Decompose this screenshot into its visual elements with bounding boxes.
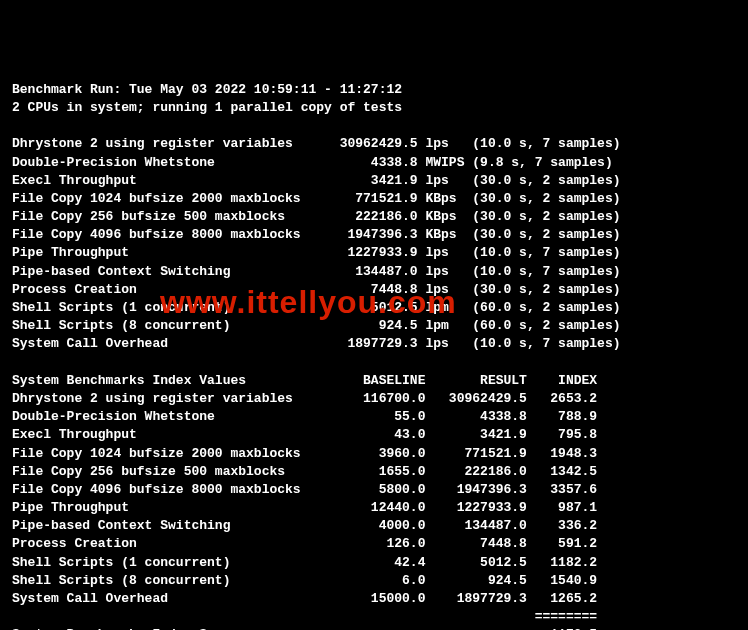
result-row-4: File Copy 256 bufsize 500 maxblocks 2221…	[12, 208, 736, 226]
result-row-7: Pipe-based Context Switching 134487.0 lp…	[12, 263, 736, 281]
index-row-11: System Call Overhead 15000.0 1897729.3 1…	[12, 590, 736, 608]
result-row-3: File Copy 1024 bufsize 2000 maxblocks 77…	[12, 190, 736, 208]
result-row-11: System Call Overhead 1897729.3 lps (10.0…	[12, 335, 736, 353]
blank	[12, 354, 736, 372]
index-row-6: Pipe Throughput 12440.0 1227933.9 987.1	[12, 499, 736, 517]
result-row-6: Pipe Throughput 1227933.9 lps (10.0 s, 7…	[12, 244, 736, 262]
index-row-9: Shell Scripts (1 concurrent) 42.4 5012.5…	[12, 554, 736, 572]
header-cpu: 2 CPUs in system; running 1 parallel cop…	[12, 99, 736, 117]
index-row-10: Shell Scripts (8 concurrent) 6.0 924.5 1…	[12, 572, 736, 590]
index-row-4: File Copy 256 bufsize 500 maxblocks 1655…	[12, 463, 736, 481]
watermark-text: www.ittellyou.com	[160, 280, 457, 325]
divider: ========	[12, 608, 736, 626]
index-row-7: Pipe-based Context Switching 4000.0 1344…	[12, 517, 736, 535]
index-row-2: Execl Throughput 43.0 3421.9 795.8	[12, 426, 736, 444]
final-score: System Benchmarks Index Score 1170.5	[12, 626, 736, 630]
result-row-1: Double-Precision Whetstone 4338.8 MWIPS …	[12, 154, 736, 172]
result-row-5: File Copy 4096 bufsize 8000 maxblocks 19…	[12, 226, 736, 244]
result-row-2: Execl Throughput 3421.9 lps (30.0 s, 2 s…	[12, 172, 736, 190]
index-row-5: File Copy 4096 bufsize 8000 maxblocks 58…	[12, 481, 736, 499]
index-row-1: Double-Precision Whetstone 55.0 4338.8 7…	[12, 408, 736, 426]
index-row-8: Process Creation 126.0 7448.8 591.2	[12, 535, 736, 553]
index-header: System Benchmarks Index Values BASELINE …	[12, 372, 736, 390]
result-row-0: Dhrystone 2 using register variables 309…	[12, 135, 736, 153]
header-run: Benchmark Run: Tue May 03 2022 10:59:11 …	[12, 81, 736, 99]
index-row-3: File Copy 1024 bufsize 2000 maxblocks 39…	[12, 445, 736, 463]
blank	[12, 117, 736, 135]
index-row-0: Dhrystone 2 using register variables 116…	[12, 390, 736, 408]
